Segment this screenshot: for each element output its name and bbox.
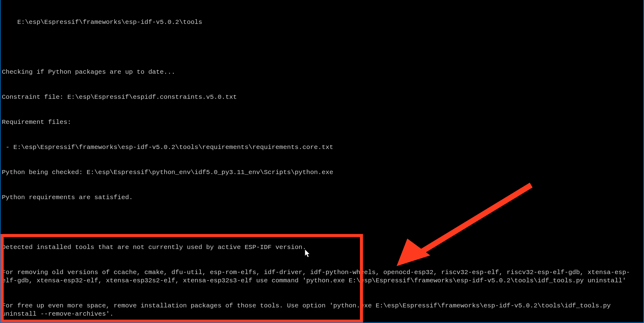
terminal-line: Checking if Python packages are up to da…: [2, 68, 642, 76]
terminal-line: E:\esp\Espressif\frameworks\esp-idf-v5.0…: [2, 18, 642, 26]
terminal-line: - E:\esp\Espressif\frameworks\esp-idf-v5…: [2, 143, 642, 151]
terminal-line: For free up even more space, remove inst…: [2, 302, 642, 318]
terminal-line: Python requirements are satisfied.: [2, 193, 642, 202]
terminal-line: Detected installed tools that are not cu…: [2, 243, 642, 251]
terminal-line: [2, 218, 642, 226]
terminal-line: For removing old versions of ccache, cma…: [2, 268, 642, 285]
terminal-line: [2, 43, 642, 51]
terminal-line: Python being checked: E:\esp\Espressif\p…: [2, 168, 642, 176]
terminal-line: Constraint file: E:\esp\Espressif\espidf…: [2, 93, 642, 101]
terminal-line: Requirement files:: [2, 118, 642, 126]
terminal-output[interactable]: E:\esp\Espressif\frameworks\esp-idf-v5.0…: [1, 0, 643, 323]
